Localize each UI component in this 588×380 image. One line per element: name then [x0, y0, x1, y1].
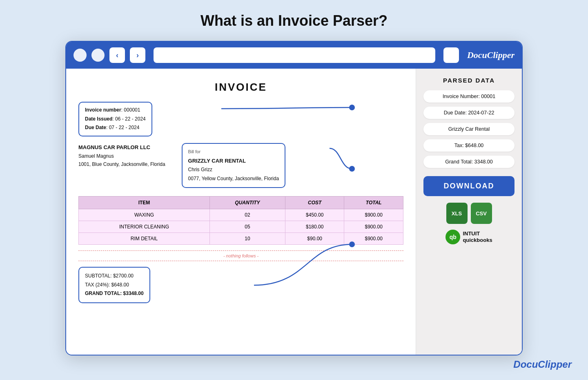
invoice-table: ITEM QUANTITY COST TOTAL WAXING02$450.00… [78, 196, 403, 245]
subtotal-label: SUBTOTAL: [85, 273, 112, 279]
csv-icon[interactable]: CSV [471, 203, 492, 224]
cell-total: $900.00 [344, 209, 403, 221]
cell-quantity: 05 [210, 221, 285, 233]
table-row: WAXING02$450.00$900.00 [79, 209, 403, 221]
subtotal-row: SUBTOTAL: $2700.00 [85, 272, 144, 281]
parsed-company: Grizzly Car Rental [423, 123, 514, 135]
browser-chrome: ‹ › DocuClipper [66, 42, 522, 69]
footer-logo: DocuClipper [513, 359, 572, 370]
invoice-title: INVOICE [78, 81, 403, 94]
sender-contact: Samuel Magnus [78, 152, 165, 160]
invoice-addresses: MAGNUS CAR PARLOR LLC Samuel Magnus 1001… [78, 143, 403, 188]
parsed-data-panel: PARSED DATA Invoice Number: 00001 Due Da… [416, 69, 522, 355]
col-header-total: TOTAL [344, 197, 403, 209]
parsed-invoice-number: Invoice Number: 00001 [423, 90, 514, 103]
sender-address: 1001, Blue County, Jacksonville, Florida [78, 160, 165, 168]
invoice-number-label: Invoice number [85, 107, 121, 113]
col-header-cost: COST [285, 197, 344, 209]
table-row: RIM DETAIL10$90.00$900.00 [79, 233, 403, 245]
menu-button[interactable] [443, 47, 459, 63]
bill-to-company: GRIZZLY CAR RENTAL [188, 156, 279, 165]
qb-text: INTUIT quickbooks [463, 230, 492, 243]
download-button[interactable]: DOWNLOAD [423, 176, 514, 196]
tax-row: TAX (24%): $648.00 [85, 281, 144, 290]
chrome-dot-2[interactable] [91, 49, 105, 62]
browser-logo: DocuClipper [467, 50, 514, 60]
format-icons: XLS CSV [423, 203, 514, 224]
cell-quantity: 10 [210, 233, 285, 245]
cell-cost: $90.00 [285, 233, 344, 245]
tax-label: TAX (24%): [85, 282, 110, 288]
invoice-area: INVOICE Invoice number: 000001 Date Issu… [66, 69, 416, 355]
parsed-due-date: Due Date: 2024-07-22 [423, 107, 514, 119]
parsed-data-title: PARSED DATA [423, 77, 514, 84]
parsed-grand-total: Grand Total: 3348.00 [423, 156, 514, 168]
cell-cost: $450.00 [285, 209, 344, 221]
date-issued-value: 06 - 22 - 2024 [115, 116, 146, 122]
nav-back-button[interactable]: ‹ [109, 47, 125, 63]
bill-to-contact: Chris Grizz [188, 165, 279, 174]
browser-content: INVOICE Invoice number: 000001 Date Issu… [66, 69, 522, 355]
table-row: INTERIOR CLEANING05$180.00$900.00 [79, 221, 403, 233]
invoice-meta-box: Invoice number: 000001 Date Issued: 06 -… [78, 102, 152, 136]
cell-item: WAXING [79, 209, 210, 221]
nothing-follows: - nothing follows - [78, 250, 403, 261]
grand-label: GRAND TOTAL: [85, 291, 122, 296]
sender-company: MAGNUS CAR PARLOR LLC [78, 143, 165, 152]
subtotal-value: $2700.00 [113, 273, 134, 279]
xls-icon[interactable]: XLS [446, 203, 468, 224]
qb-line1: INTUIT [463, 230, 492, 237]
bill-to-box: Bill for GRIZZLY CAR RENTAL Chris Grizz … [182, 143, 286, 188]
cell-total: $900.00 [344, 221, 403, 233]
due-date-value: 07 - 22 - 2024 [109, 125, 140, 130]
col-header-item: ITEM [79, 197, 210, 209]
col-header-quantity: QUANTITY [210, 197, 285, 209]
qb-icon: qb [445, 230, 460, 244]
nav-forward-button[interactable]: › [130, 47, 145, 63]
browser-window: ‹ › DocuClipper INVOICE Invoice number: … [65, 41, 523, 355]
grand-value: $3348.00 [123, 291, 144, 296]
cell-item: RIM DETAIL [79, 233, 210, 245]
grand-total-row: GRAND TOTAL: $3348.00 [85, 289, 144, 298]
cell-total: $900.00 [344, 233, 403, 245]
cell-quantity: 02 [210, 209, 285, 221]
address-bar[interactable] [154, 47, 435, 63]
bill-to-label: Bill for [188, 148, 279, 156]
date-issued-label: Date Issued [85, 116, 112, 122]
bill-to-address: 0077, Yellow County, Jacksonville, Flori… [188, 174, 279, 183]
sender-info: MAGNUS CAR PARLOR LLC Samuel Magnus 1001… [78, 143, 165, 169]
chrome-dot-1[interactable] [74, 49, 87, 62]
page-title: What is an Invoice Parser? [200, 12, 388, 29]
cell-item: INTERIOR CLEANING [79, 221, 210, 233]
svg-point-0 [349, 105, 355, 110]
quickbooks-logo[interactable]: qb INTUIT quickbooks [423, 230, 514, 244]
parsed-tax: Tax: $648.00 [423, 139, 514, 152]
due-date-label: Due Date [85, 125, 106, 130]
totals-box: SUBTOTAL: $2700.00 TAX (24%): $648.00 GR… [78, 267, 150, 303]
cell-cost: $180.00 [285, 221, 344, 233]
invoice-number-value: 000001 [124, 107, 140, 113]
tax-value: $648.00 [111, 282, 129, 288]
qb-line2: quickbooks [463, 237, 492, 244]
